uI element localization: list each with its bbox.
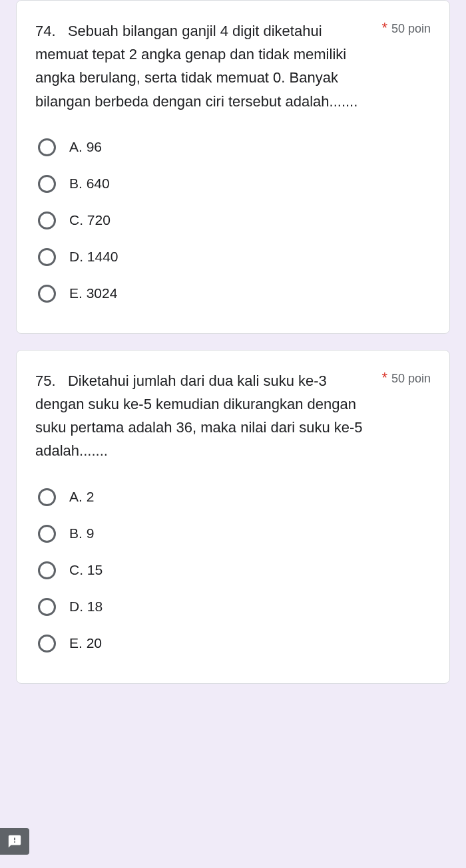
question-meta: *50 poin	[381, 19, 431, 37]
radio-icon	[38, 212, 56, 229]
radio-icon	[38, 248, 56, 266]
option-b[interactable]: B. 640	[38, 168, 431, 200]
option-d[interactable]: D. 1440	[38, 241, 431, 273]
radio-icon	[38, 488, 56, 506]
option-c[interactable]: C. 15	[38, 555, 431, 586]
points-label: 50 poin	[391, 22, 431, 35]
question-number: 75.	[35, 372, 56, 389]
feedback-icon	[7, 834, 22, 849]
question-header: 74. Sebuah bilangan ganjil 4 digit diket…	[35, 19, 431, 113]
radio-icon	[38, 285, 56, 303]
radio-icon	[38, 561, 56, 579]
option-e[interactable]: E. 20	[38, 628, 431, 659]
radio-icon	[38, 525, 56, 543]
question-number: 74.	[35, 23, 56, 39]
option-c[interactable]: C. 720	[38, 205, 431, 236]
points-label: 50 poin	[391, 372, 431, 385]
radio-icon	[38, 598, 56, 616]
option-a[interactable]: A. 2	[38, 482, 431, 513]
option-b[interactable]: B. 9	[38, 518, 431, 549]
question-meta: *50 poin	[381, 369, 431, 386]
radio-icon	[38, 175, 56, 193]
radio-icon	[38, 138, 56, 156]
option-label: C. 720	[69, 212, 111, 228]
feedback-button[interactable]	[0, 828, 29, 855]
question-header: 75. Diketahui jumlah dari dua kali suku …	[35, 369, 431, 463]
option-label: B. 640	[69, 176, 110, 192]
question-card-75: 75. Diketahui jumlah dari dua kali suku …	[16, 350, 450, 684]
option-label: E. 20	[69, 635, 102, 651]
question-body: Diketahui jumlah dari dua kali suku ke-3…	[35, 372, 363, 460]
required-asterisk: *	[381, 19, 387, 36]
option-label: E. 3024	[69, 285, 117, 301]
question-card-74: 74. Sebuah bilangan ganjil 4 digit diket…	[16, 0, 450, 334]
options-list: A. 96 B. 640 C. 720 D. 1440 E. 3024	[38, 132, 431, 309]
required-asterisk: *	[381, 369, 387, 386]
option-label: A. 2	[69, 489, 94, 505]
option-d[interactable]: D. 18	[38, 591, 431, 623]
option-a[interactable]: A. 96	[38, 132, 431, 163]
option-label: A. 96	[69, 139, 102, 155]
option-e[interactable]: E. 3024	[38, 278, 431, 309]
option-label: D. 18	[69, 599, 103, 615]
option-label: B. 9	[69, 525, 94, 541]
question-text: 75. Diketahui jumlah dari dua kali suku …	[35, 369, 381, 463]
question-text: 74. Sebuah bilangan ganjil 4 digit diket…	[35, 19, 381, 113]
option-label: D. 1440	[69, 249, 118, 265]
option-label: C. 15	[69, 562, 103, 578]
radio-icon	[38, 635, 56, 652]
options-list: A. 2 B. 9 C. 15 D. 18 E. 20	[38, 482, 431, 659]
question-body: Sebuah bilangan ganjil 4 digit diketahui…	[35, 23, 357, 110]
